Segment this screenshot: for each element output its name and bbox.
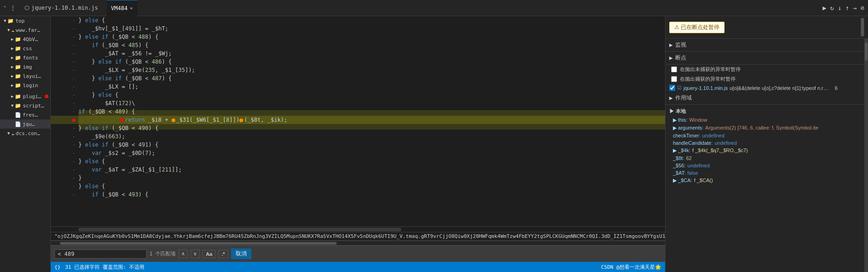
step-out-icon[interactable]: ↑: [845, 4, 849, 12]
folder-fonts-icon: 📁: [15, 55, 21, 61]
bp-uncaught-exception: 在抛出未捕获的异常时暂停: [666, 65, 864, 74]
sidebar-item-img[interactable]: ▶ 📁 img: [0, 62, 50, 71]
breakpoints-section-header[interactable]: ▶ 断点: [666, 52, 864, 65]
watch-section-label: 监视: [675, 41, 686, 49]
step-over-icon[interactable]: ↻: [830, 4, 834, 12]
folder-css-icon: 📁: [15, 46, 21, 52]
expand-css-icon: ▶: [11, 46, 13, 51]
expand-layui-icon: ▶: [11, 74, 13, 78]
sidebar-item-css[interactable]: ▶ 📁 css: [0, 44, 50, 53]
deactivate-icon[interactable]: ⊘: [861, 4, 864, 12]
code-line-18: - } else {: [51, 157, 665, 166]
right-panel-scrollbar[interactable]: [864, 39, 868, 272]
scope-item-handlecandidate: handleCandidate: undefined: [669, 139, 861, 147]
sidebar-item-jqu-label: jqu…: [23, 121, 35, 127]
tab-menu[interactable]: ⋮: [10, 4, 16, 12]
expand-dcs-icon: ▼: [7, 131, 10, 136]
search-prev-btn[interactable]: ∧: [178, 249, 188, 258]
bp-file-checkbox[interactable]: [669, 85, 675, 91]
tab-chevron[interactable]: ˅: [4, 6, 6, 11]
code-line-16: - } else if (_$QB < 491) {: [51, 141, 665, 149]
folder-img-icon: 📁: [15, 64, 21, 70]
expand-4qbv-icon: ▶: [11, 37, 13, 41]
step-into-icon[interactable]: ↓: [838, 4, 841, 12]
right-panel-header: ⚠ 已在断点处暂停: [666, 16, 868, 39]
code-editor[interactable]: - } else { - _$hv[_$1_[491]] = _$hT; - }…: [51, 16, 665, 226]
bp-file-entry: ☑ jquery-1.10.1.min.js u[o]&&(delete u[o…: [666, 84, 864, 92]
scope-arrow-icon: ▶: [669, 95, 673, 101]
tab-vm484[interactable]: VM484 ✕: [107, 0, 137, 16]
bp-file-checkbox-indicator: ☑: [677, 85, 682, 91]
sidebar-item-top[interactable]: ▼ 📁 top: [0, 16, 50, 25]
sidebar-item-fres[interactable]: 📄 fres…: [0, 110, 50, 119]
search-match-info: 1 个匹配项: [149, 250, 176, 257]
code-line-8: - } else if (_$QB < 487) {: [51, 74, 665, 83]
sidebar-item-fres-label: fres…: [23, 112, 38, 118]
status-brackets[interactable]: {}: [54, 264, 60, 270]
resume-icon[interactable]: ▶: [822, 4, 826, 12]
hscrollbar-top[interactable]: [51, 226, 665, 232]
expand-img-icon: ▶: [11, 65, 13, 69]
right-panel-scrollbar-top[interactable]: [861, 18, 864, 36]
top-bar: ˅ ⋮ ⬡ jquery-1.10.1.min.js VM484 ✕ ▶ ↻ ↓…: [0, 0, 868, 16]
scope-val-checktimer: undefined: [702, 133, 725, 138]
code-line-2: - _$hv[_$1_[491]] = _$hT;: [51, 24, 665, 33]
tab-vm484-close[interactable]: ✕: [130, 6, 133, 11]
search-next-btn[interactable]: ∨: [190, 249, 200, 258]
watch-arrow-icon: ▶: [669, 42, 673, 47]
toolbar-icons: ▶ ↻ ↓ ↑ → ⊘: [822, 4, 864, 12]
sidebar-item-scripts[interactable]: ▼ 📁 script…: [0, 101, 50, 110]
scope-item-arguments: ▶ arguments: Arguments(2) [746, 6, calle…: [669, 124, 861, 132]
code-line-9: - _$LX = [];: [51, 83, 665, 91]
code-line-19: - var _$aT = _$ZA[_$1_[211]];: [51, 166, 665, 174]
scope-val-ca: f _$CA(): [694, 177, 713, 183]
scope-key-handlecandidate: handleCandidate:: [673, 140, 713, 146]
sidebar-item-login[interactable]: ▶ 📁 login: [0, 81, 50, 90]
step-next-icon[interactable]: →: [853, 4, 856, 12]
status-selection: 31 已选择字符 覆盖范围: 不适用: [65, 264, 144, 271]
bp-caught-checkbox[interactable]: [671, 76, 677, 82]
code-line-22: - if (_$QB < 493) {: [51, 190, 665, 199]
sidebar-item-wwwfar[interactable]: ▼ ☁ www.far…: [0, 25, 50, 35]
bp-filename: jquery-1.10.1.min.js: [684, 85, 728, 91]
breakpoints-section-label: 断点: [675, 54, 686, 62]
sidebar-item-css-label: css: [23, 46, 32, 52]
breakpoint-indicator: [45, 95, 48, 98]
bp-uncaught-checkbox[interactable]: [671, 66, 677, 72]
sidebar-item-fonts[interactable]: ▶ 📁 fonts: [0, 53, 50, 62]
sidebar-item-layui[interactable]: ▶ 📁 layui…: [0, 71, 50, 81]
sidebar-item-jqu[interactable]: 📄 jqu…: [0, 119, 50, 129]
folder-4qbv-icon: 📁: [15, 36, 21, 42]
orange-dot-1: [172, 118, 175, 122]
sidebar-item-dcs[interactable]: ▼ ☁ dcs.con…: [0, 129, 50, 138]
search-case-btn[interactable]: Aa: [202, 250, 215, 258]
expand-wwwfar-icon: ▼: [7, 28, 10, 32]
tab-jquery[interactable]: ⬡ jquery-1.10.1.min.js: [20, 0, 103, 16]
local-scope-arrow[interactable]: ▶: [669, 108, 676, 114]
sidebar-item-4qbv[interactable]: ▶ 📁 4QbV…: [0, 35, 50, 44]
scope-section-header[interactable]: ▶ 作用域: [666, 92, 864, 105]
scope-val-8t: 62: [686, 155, 691, 161]
scope-section-label: 作用域: [675, 94, 692, 102]
sidebar-item-dcs-label: dcs.con…: [16, 130, 40, 136]
sidebar-item-top-label: top: [15, 18, 24, 24]
code-line-15: - _$9e(663);: [51, 132, 665, 141]
hscrollbar-bottom[interactable]: [51, 241, 665, 245]
sidebar-item-scripts-label: script…: [23, 103, 44, 109]
search-input[interactable]: [54, 249, 147, 259]
sidebar-item-plugin-label: plugir…: [23, 94, 42, 100]
search-regex-btn[interactable]: .*: [218, 250, 228, 258]
scope-key-at: _$AT:: [673, 170, 685, 176]
code-line-10: - } else {: [51, 91, 665, 99]
code-line-11: - $AT(172)\: [51, 99, 665, 107]
folder-wwwfar-icon: ☁: [11, 27, 14, 33]
expand-top-icon: ▼: [4, 18, 6, 23]
scope-key-checktimer: checkTimer:: [673, 133, 701, 138]
scope-val-56: undefined: [688, 163, 710, 168]
watch-section-header[interactable]: ▶ 监视: [666, 39, 864, 52]
scope-val-handlecandidate: undefined: [714, 140, 737, 146]
search-cancel-btn[interactable]: 取消: [231, 248, 251, 259]
sidebar-item-plugin[interactable]: ▶ 📁 plugir…: [0, 92, 50, 101]
scope-key-4k: ▶ _$4k:: [673, 148, 690, 154]
scope-item-this: ▶ this: Window: [669, 116, 861, 124]
